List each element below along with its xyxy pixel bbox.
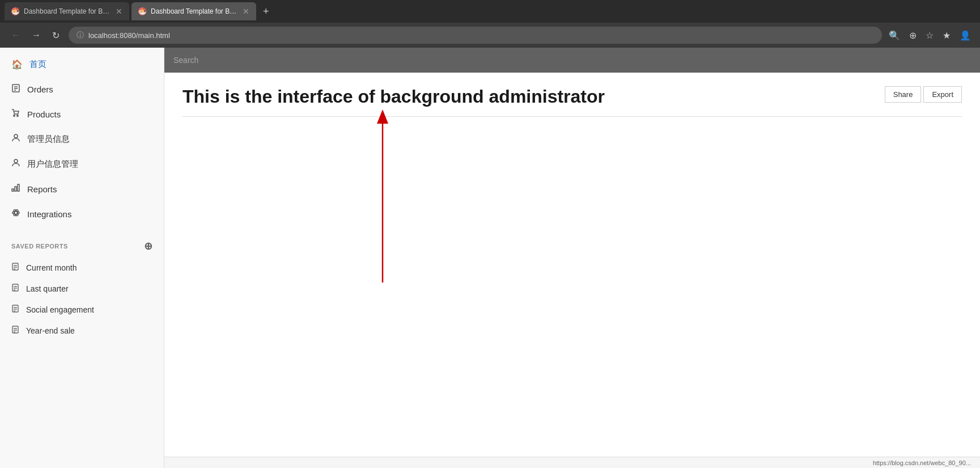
sidebar-label-home: 首页 — [29, 59, 46, 70]
saved-report-year-end-sale[interactable]: Year-end sale — [0, 320, 164, 341]
saved-report-label-3: Social engagement — [26, 305, 94, 314]
svg-rect-8 — [12, 189, 14, 191]
sidebar-item-home[interactable]: 🏠 首页 — [0, 52, 164, 77]
sidebar-item-admin-info[interactable]: 管理员信息 — [0, 127, 164, 151]
status-bar: https://blog.csdn.net/webc_80_90... — [164, 457, 980, 468]
content-divider — [183, 116, 962, 117]
svg-rect-10 — [18, 184, 19, 191]
share-button[interactable]: Share — [885, 86, 922, 103]
svg-point-7 — [14, 159, 18, 163]
info-icon: ⓘ — [77, 30, 84, 40]
star-icon[interactable]: ★ — [943, 30, 951, 41]
browser-tab-2[interactable]: 🍜 Dashboard Template for Bootstr... ✕ — [131, 2, 256, 20]
reports-icon — [11, 183, 20, 195]
browser-icons: 🔍 ⊕ ☆ ★ 👤 — [889, 30, 971, 41]
app-layout: 🏠 首页 Orders — [0, 48, 980, 468]
header-buttons: Share Export — [885, 86, 962, 103]
tab-close-2[interactable]: ✕ — [243, 7, 249, 16]
page-title: This is the interface of background admi… — [183, 86, 605, 107]
svg-point-4 — [14, 115, 15, 116]
browser-tab-1[interactable]: 🍜 Dashboard Template for Bootstr... ✕ — [5, 2, 129, 20]
annotation-arrow — [374, 107, 391, 290]
sidebar-item-reports[interactable]: Reports — [0, 176, 164, 201]
admin-icon — [11, 133, 20, 145]
top-bar — [164, 48, 980, 73]
main-content: This is the interface of background admi… — [164, 48, 980, 468]
tab-close-1[interactable]: ✕ — [116, 7, 122, 16]
svg-rect-9 — [15, 187, 16, 191]
tab-favicon-2: 🍜 — [138, 7, 146, 15]
sidebar-label-products: Products — [27, 109, 61, 119]
sidebar-item-integrations[interactable]: Integrations — [0, 201, 164, 226]
address-bar[interactable]: ⓘ localhost:8080/main.html — [69, 27, 882, 44]
sidebar-label-reports: Reports — [27, 184, 57, 194]
report-doc-icon-3 — [11, 305, 19, 314]
tab-title-2: Dashboard Template for Bootstr... — [151, 7, 238, 15]
sidebar-item-orders[interactable]: Orders — [0, 77, 164, 102]
sidebar-nav: 🏠 首页 Orders — [0, 48, 164, 231]
search-browser-icon[interactable]: 🔍 — [889, 30, 900, 41]
svg-point-5 — [17, 115, 18, 116]
saved-reports-title: SAVED REPORTS — [11, 243, 68, 250]
saved-report-social-engagement[interactable]: Social engagement — [0, 299, 164, 320]
saved-report-current-month[interactable]: Current month — [0, 257, 164, 278]
saved-report-label-4: Year-end sale — [26, 326, 75, 335]
products-icon — [11, 108, 20, 120]
forward-button[interactable]: → — [29, 28, 43, 43]
back-button[interactable]: ← — [9, 28, 23, 43]
sidebar-label-orders: Orders — [27, 85, 53, 94]
tab-favicon-1: 🍜 — [11, 7, 19, 15]
report-doc-icon-4 — [11, 326, 19, 335]
browser-titlebar: 🍜 Dashboard Template for Bootstr... ✕ 🍜 … — [0, 0, 980, 23]
report-doc-icon-2 — [11, 284, 19, 293]
account-icon[interactable]: 👤 — [960, 30, 971, 41]
sidebar-label-integrations: Integrations — [27, 209, 71, 219]
user-mgmt-icon — [11, 158, 20, 170]
saved-report-label-1: Current month — [26, 263, 77, 272]
sidebar-item-user-management[interactable]: 用户信息管理 — [0, 151, 164, 176]
refresh-button[interactable]: ↻ — [50, 28, 62, 43]
orders-icon — [11, 83, 20, 95]
star-add-icon[interactable]: ☆ — [926, 30, 934, 41]
browser-addressbar: ← → ↻ ⓘ localhost:8080/main.html 🔍 ⊕ ☆ ★… — [0, 23, 980, 48]
new-tab-button[interactable]: + — [258, 3, 274, 20]
add-saved-report-icon[interactable]: ⊕ — [144, 240, 153, 252]
address-text: localhost:8080/main.html — [88, 31, 170, 40]
home-icon: 🏠 — [11, 59, 23, 70]
saved-reports-header: SAVED REPORTS ⊕ — [0, 231, 164, 257]
report-doc-icon-1 — [11, 263, 19, 272]
tab-title-1: Dashboard Template for Bootstr... — [24, 7, 111, 15]
sidebar-label-user-management: 用户信息管理 — [27, 159, 78, 170]
sidebar-item-products[interactable]: Products — [0, 102, 164, 127]
search-input[interactable] — [173, 56, 287, 65]
sidebar-label-admin-info: 管理员信息 — [27, 134, 70, 145]
status-url: https://blog.csdn.net/webc_80_90... — [873, 459, 971, 466]
content-area: This is the interface of background admi… — [164, 73, 980, 457]
content-header: This is the interface of background admi… — [183, 86, 962, 107]
zoom-icon[interactable]: ⊕ — [909, 30, 917, 41]
sidebar: 🏠 首页 Orders — [0, 48, 164, 468]
saved-report-last-quarter[interactable]: Last quarter — [0, 278, 164, 299]
integrations-icon — [11, 208, 20, 220]
export-button[interactable]: Export — [923, 86, 962, 103]
svg-point-6 — [14, 134, 18, 138]
saved-report-label-2: Last quarter — [26, 284, 69, 293]
